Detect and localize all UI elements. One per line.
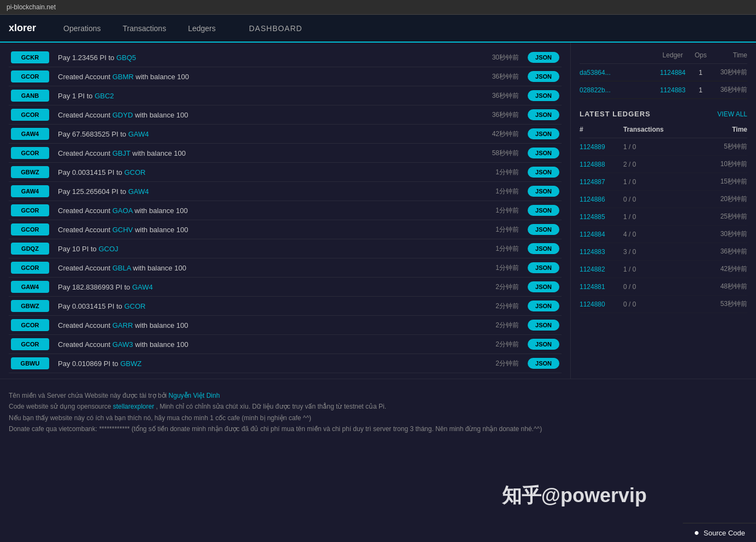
ledger-num[interactable]: 1124880 — [580, 301, 623, 308]
op-highlight[interactable]: GARR — [113, 321, 133, 329]
op-description: Pay 10 PI to GCOJ — [49, 245, 481, 253]
account-badge[interactable]: GCOR — [11, 70, 49, 83]
tx-rows-container: da53864... 1124884 1 30秒钟前 028822b... 11… — [580, 64, 747, 99]
account-badge[interactable]: GANB — [11, 90, 49, 102]
json-button[interactable]: JSON — [528, 339, 559, 350]
main-content: GCKRPay 1.23456 PI to GBQ530秒钟前JSONGCORC… — [0, 43, 756, 379]
op-highlight[interactable]: GAW3 — [113, 340, 133, 349]
footer: Tên miền và Server chứa Website này được… — [0, 379, 756, 440]
recent-tx-header: Ledger Ops Time — [580, 48, 747, 64]
op-highlight[interactable]: GBMR — [113, 73, 134, 81]
tx-hash[interactable]: 028822b... — [580, 86, 654, 94]
op-highlight[interactable]: GBLA — [113, 264, 131, 272]
source-code-label: Source Code — [704, 529, 745, 537]
watermark-text: 知乎@powervip — [502, 484, 647, 506]
nav-operations[interactable]: Operations — [52, 15, 111, 42]
account-badge[interactable]: GCOR — [11, 109, 49, 121]
account-badge[interactable]: GAW4 — [11, 185, 49, 197]
op-highlight[interactable]: GBWZ — [120, 360, 141, 368]
json-button[interactable]: JSON — [528, 320, 559, 331]
json-button[interactable]: JSON — [528, 71, 559, 82]
view-all-ledgers[interactable]: VIEW ALL — [717, 110, 747, 118]
nav-dashboard[interactable]: DASHBOARD — [238, 15, 314, 42]
footer-line2-link[interactable]: stellarexplorer — [113, 403, 154, 410]
footer-line3: Nếu bạn thấy website này có ích và bạn t… — [9, 413, 747, 423]
op-time: 58秒钟前 — [481, 149, 519, 158]
account-badge[interactable]: GCKR — [11, 51, 49, 63]
ledger-tx: 1 / 0 — [623, 178, 709, 186]
ledger-num[interactable]: 1124883 — [580, 248, 623, 256]
nav-transactions[interactable]: Transactions — [112, 15, 178, 42]
account-badge[interactable]: GAW4 — [11, 281, 49, 293]
op-highlight[interactable]: GBC2 — [94, 92, 114, 100]
json-button[interactable]: JSON — [528, 90, 559, 101]
github-icon: ● — [694, 528, 699, 538]
account-badge[interactable]: GAW4 — [11, 128, 49, 140]
op-time: 2分钟前 — [481, 321, 519, 330]
ledgers-header: LATEST LEDGERS VIEW ALL — [580, 110, 747, 118]
ledger-num[interactable]: 1124885 — [580, 213, 623, 221]
json-button[interactable]: JSON — [528, 281, 559, 292]
account-badge[interactable]: GCOR — [11, 204, 49, 216]
tx-time: 30秒钟前 — [710, 68, 747, 77]
op-highlight[interactable]: GAW4 — [128, 187, 149, 196]
ledger-num[interactable]: 1124889 — [580, 143, 623, 151]
ledger-num[interactable]: 1124881 — [580, 283, 623, 291]
op-highlight[interactable]: GCOR — [124, 168, 145, 176]
source-code-bar[interactable]: ● Source Code — [683, 523, 756, 542]
nav-ledgers[interactable]: Ledgers — [177, 15, 227, 42]
json-button[interactable]: JSON — [528, 358, 559, 369]
json-button[interactable]: JSON — [528, 186, 559, 197]
json-button[interactable]: JSON — [528, 262, 559, 273]
account-badge[interactable]: GCOR — [11, 223, 49, 235]
op-highlight[interactable]: GBQ5 — [116, 54, 136, 62]
op-time: 1分钟前 — [481, 244, 519, 254]
footer-line1-link[interactable]: Nguyễn Việt Dinh — [169, 392, 220, 399]
tx-ledger[interactable]: 1124884 — [654, 69, 691, 76]
json-button[interactable]: JSON — [528, 224, 559, 235]
ledger-num[interactable]: 1124884 — [580, 231, 623, 238]
json-button[interactable]: JSON — [528, 109, 559, 120]
ledger-num[interactable]: 1124888 — [580, 161, 623, 168]
tx-row: da53864... 1124884 1 30秒钟前 — [580, 64, 747, 81]
ledger-row: 1124885 1 / 0 25秒钟前 — [580, 208, 747, 226]
account-badge[interactable]: GBWZ — [11, 300, 49, 312]
account-badge[interactable]: GCOR — [11, 338, 49, 350]
tx-ledger[interactable]: 1124883 — [654, 86, 691, 94]
account-badge[interactable]: GCOR — [11, 262, 49, 274]
op-highlight[interactable]: GCOJ — [98, 245, 118, 253]
op-description: Created Account GAOA with balance 100 — [49, 207, 481, 215]
operation-row: GCORCreated Account GBJT with balance 10… — [9, 144, 562, 163]
op-highlight[interactable]: GCOR — [124, 302, 145, 310]
op-highlight[interactable]: GDYD — [113, 111, 133, 119]
op-highlight[interactable]: GAW4 — [132, 283, 153, 291]
ledger-num[interactable]: 1124886 — [580, 196, 623, 203]
op-time: 36秒钟前 — [481, 91, 519, 101]
json-button[interactable]: JSON — [528, 148, 559, 158]
latest-ledgers-section: LATEST LEDGERS VIEW ALL # Transactions T… — [580, 110, 747, 313]
json-button[interactable]: JSON — [528, 128, 559, 139]
ledger-num[interactable]: 1124882 — [580, 266, 623, 273]
account-badge[interactable]: GBWZ — [11, 166, 49, 178]
account-badge[interactable]: GCOR — [11, 147, 49, 159]
json-button[interactable]: JSON — [528, 167, 559, 178]
json-button[interactable]: JSON — [528, 243, 559, 254]
ledger-num[interactable]: 1124887 — [580, 178, 623, 186]
op-description: Pay 0.010869 PI to GBWZ — [49, 360, 481, 368]
op-time: 2分钟前 — [481, 359, 519, 368]
op-highlight[interactable]: GBJT — [113, 149, 131, 157]
json-button[interactable]: JSON — [528, 205, 559, 216]
op-time: 1分钟前 — [481, 225, 519, 234]
tx-hash[interactable]: da53864... — [580, 69, 654, 76]
op-highlight[interactable]: GAW4 — [128, 130, 149, 138]
op-highlight[interactable]: GAOA — [113, 207, 133, 215]
right-panel: Ledger Ops Time da53864... 1124884 1 30秒… — [570, 43, 756, 379]
json-button[interactable]: JSON — [528, 301, 559, 311]
op-highlight[interactable]: GCHV — [113, 226, 133, 234]
json-button[interactable]: JSON — [528, 52, 559, 63]
operation-row: GCORCreated Account GARR with balance 10… — [9, 316, 562, 335]
account-badge[interactable]: GBWU — [11, 357, 49, 369]
footer-line4: Donate cafe qua vietcombank: ***********… — [9, 423, 747, 434]
account-badge[interactable]: GDQZ — [11, 243, 49, 255]
account-badge[interactable]: GCOR — [11, 319, 49, 331]
